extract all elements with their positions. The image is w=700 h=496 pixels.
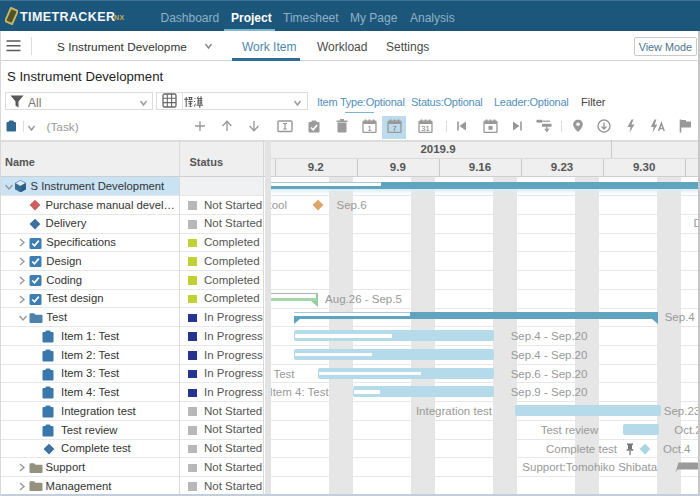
svg-text:7: 7 <box>392 124 396 133</box>
svg-text:31: 31 <box>421 124 429 133</box>
svg-text:1: 1 <box>367 124 371 133</box>
